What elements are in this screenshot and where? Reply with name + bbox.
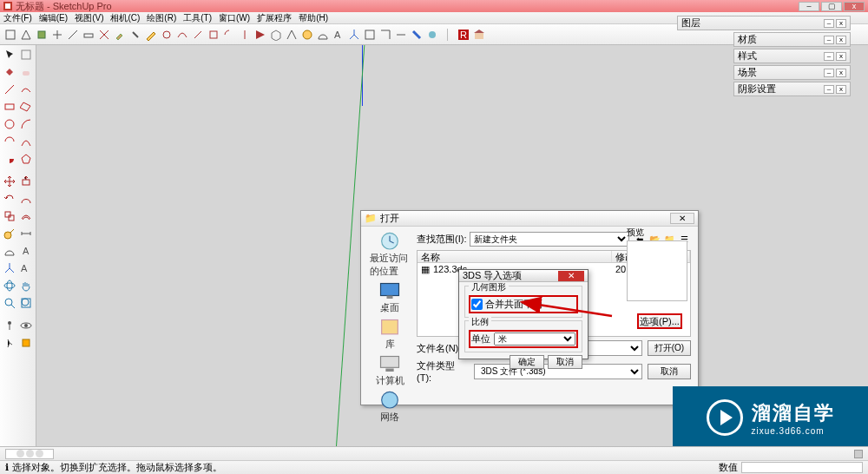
menu-ext[interactable]: 扩展程序 [257, 12, 292, 24]
options-button[interactable]: 选项(P)... [637, 313, 682, 329]
toolbar-icon-28[interactable] [425, 28, 439, 42]
toolbar-icon-5[interactable] [66, 28, 80, 42]
tape-icon[interactable] [300, 28, 314, 42]
zoom-extents-icon[interactable] [19, 295, 35, 311]
toolbar-icon-16[interactable] [238, 28, 252, 42]
select-tool-icon[interactable] [2, 47, 17, 63]
tray-close-icon[interactable]: x [836, 36, 846, 44]
toolbar-icon-3[interactable] [35, 28, 49, 42]
measure-field[interactable] [741, 462, 863, 473]
position-camera-icon[interactable] [2, 318, 17, 333]
open-dialog-header[interactable]: 📁 打开 ✕ [361, 211, 698, 227]
toolbar-icon-2[interactable] [19, 28, 33, 42]
toolbar-icon-24[interactable] [363, 28, 377, 42]
menu-help[interactable]: 帮助(H) [299, 12, 328, 24]
tape-tool-icon[interactable] [2, 226, 17, 241]
freehand-tool-icon[interactable] [19, 82, 35, 97]
ruby-icon[interactable]: R [457, 28, 470, 42]
rectangle-tool-icon[interactable] [2, 99, 17, 115]
toolbar-icon-17[interactable] [253, 28, 267, 42]
scope-select[interactable]: 新建文件夹 [470, 232, 629, 247]
orbit-tool-icon[interactable] [2, 278, 17, 293]
tray-min-icon[interactable]: – [824, 19, 834, 28]
toolbar-icon-19[interactable] [285, 28, 299, 42]
menu-camera[interactable]: 相机(C) [110, 12, 140, 24]
import-options-header[interactable]: 3DS 导入选项 ✕ [459, 270, 588, 282]
toolbar-icon-15[interactable] [222, 28, 236, 42]
arc-tool-icon[interactable] [19, 116, 35, 132]
place-desktop[interactable]: 桌面 [370, 281, 410, 314]
tray-styles[interactable]: 样式 –x [733, 49, 851, 63]
toolbar-icon-7[interactable] [97, 28, 111, 42]
toolbar-icon-1[interactable] [3, 28, 17, 42]
paint-icon[interactable] [410, 28, 424, 42]
place-recent[interactable]: 最近访问的位置 [370, 232, 410, 278]
toolbar-icon-4[interactable] [50, 28, 64, 42]
scale-tool-icon[interactable] [2, 208, 17, 224]
tray-min-icon[interactable]: – [824, 69, 834, 77]
toolbar-icon-26[interactable] [394, 28, 408, 42]
window-maximize-button[interactable]: ▢ [821, 2, 842, 11]
merge-coplanar-checkbox[interactable] [471, 299, 483, 310]
walk-icon[interactable] [2, 335, 17, 351]
eraser-icon[interactable] [19, 64, 35, 80]
polygon-tool-icon[interactable] [19, 151, 35, 167]
open-button[interactable]: 打开(O) [648, 340, 691, 356]
wrench-icon[interactable] [128, 28, 142, 42]
hammer-icon[interactable] [113, 28, 127, 42]
tray-close-icon[interactable]: x [836, 52, 846, 61]
menu-edit[interactable]: 编辑(E) [39, 12, 68, 24]
window-minimize-button[interactable]: – [799, 2, 819, 11]
menu-tools[interactable]: 工具(T) [183, 12, 212, 24]
zoom-tool-icon[interactable] [2, 295, 17, 311]
merge-coplanar-row[interactable]: 合并共面平面 [469, 295, 578, 313]
pencil-icon[interactable] [144, 28, 158, 42]
followme-tool-icon[interactable] [19, 191, 35, 207]
pushpull-tool-icon[interactable] [19, 174, 35, 189]
text-tool-icon[interactable]: A [19, 243, 35, 259]
tray-layers[interactable]: 图层 –x [677, 16, 851, 30]
cancel-button[interactable]: 取消 [648, 364, 691, 379]
tray-min-icon[interactable]: – [824, 36, 834, 44]
window-close-button[interactable]: x [844, 2, 865, 11]
tray-min-icon[interactable]: – [824, 85, 834, 94]
component-tool-icon[interactable] [19, 47, 35, 63]
toolbar-icon-13[interactable] [191, 28, 205, 42]
tray-close-icon[interactable]: x [836, 69, 846, 77]
arc3-tool-icon[interactable] [19, 134, 35, 149]
toolbar-icon-25[interactable] [378, 28, 392, 42]
pie-tool-icon[interactable] [2, 151, 17, 167]
unit-select[interactable]: 米 [494, 332, 575, 346]
opts-cancel-button[interactable]: 取消 [548, 355, 582, 369]
toolbar-icon-6[interactable] [82, 28, 95, 42]
rotate-tool-icon[interactable] [2, 191, 17, 207]
line-tool-icon[interactable] [2, 82, 17, 97]
menu-draw[interactable]: 绘图(R) [147, 12, 176, 24]
place-computer[interactable]: 计算机 [370, 354, 410, 387]
protractor-icon[interactable] [316, 28, 330, 42]
section-icon[interactable] [19, 335, 35, 351]
toolbar-icon-11[interactable] [160, 28, 174, 42]
pan-tool-icon[interactable] [19, 278, 35, 293]
paint-bucket-icon[interactable] [2, 64, 17, 80]
opts-ok-button[interactable]: 确定 [510, 355, 544, 369]
dimension-tool-icon[interactable] [19, 226, 35, 241]
protractor-tool-icon[interactable] [2, 243, 17, 259]
tray-close-icon[interactable]: x [836, 19, 846, 28]
tray-materials[interactable]: 材质 –x [733, 32, 851, 47]
circle-tool-icon[interactable] [2, 116, 17, 132]
text-icon[interactable]: A [332, 28, 345, 42]
menu-view[interactable]: 视图(V) [75, 12, 103, 24]
place-libraries[interactable]: 库 [370, 318, 410, 351]
place-network[interactable]: 网络 [370, 391, 410, 424]
3dtext-tool-icon[interactable]: A [19, 260, 35, 276]
open-dialog-close-button[interactable]: ✕ [670, 213, 694, 224]
import-options-close-button[interactable]: ✕ [558, 271, 584, 281]
menu-window[interactable]: 窗口(W) [219, 12, 250, 24]
toolbar-icon-14[interactable] [207, 28, 220, 42]
menu-file[interactable]: 文件(F) [3, 12, 32, 24]
warehouse-icon[interactable] [472, 28, 486, 42]
col-name[interactable]: 名称 [418, 251, 612, 262]
move-tool-icon[interactable] [2, 174, 17, 189]
tray-scenes[interactable]: 场景 –x [733, 65, 851, 80]
